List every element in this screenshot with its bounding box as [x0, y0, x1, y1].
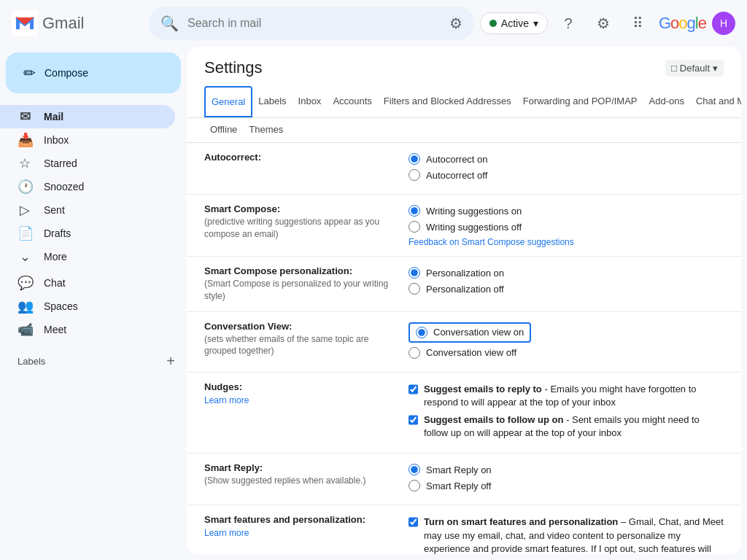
smart-reply-on-radio[interactable]: [409, 464, 420, 475]
tab-accounts[interactable]: Accounts: [327, 87, 377, 117]
smart-features-learn-more-link[interactable]: Learn more: [204, 528, 391, 538]
sidebar-item-chat[interactable]: 💬 Chat: [0, 271, 175, 295]
tab-labels[interactable]: Labels: [252, 87, 292, 117]
writing-suggestions-off-label: Writing suggestions off: [426, 222, 522, 233]
conversation-view-on-highlighted: Conversation view on: [409, 322, 531, 343]
conversation-view-off-option[interactable]: Conversation view off: [409, 347, 724, 359]
compose-icon: ✏: [23, 64, 36, 82]
search-input[interactable]: [187, 17, 441, 30]
settings-body: Autocorrect: Autocorrect on Autocorrect …: [187, 143, 741, 554]
sidebar-item-drafts[interactable]: 📄 Drafts: [0, 222, 175, 245]
writing-suggestions-on-radio[interactable]: [409, 205, 420, 217]
smart-compose-feedback-link[interactable]: Feedback on Smart Compose suggestions: [409, 237, 724, 247]
gmail-logo-text: Gmail: [42, 14, 84, 33]
add-label-button[interactable]: +: [166, 353, 175, 370]
status-dot: [489, 20, 497, 27]
avatar[interactable]: H: [712, 12, 735, 35]
compose-button[interactable]: ✏ Compose: [6, 52, 181, 93]
sidebar-item-sent[interactable]: ▷ Sent: [0, 198, 175, 222]
sidebar-item-mail[interactable]: ✉ Mail: [0, 105, 175, 128]
conversation-view-off-radio[interactable]: [409, 347, 420, 359]
tab-addons[interactable]: Add-ons: [643, 87, 690, 117]
suggest-followup-checkbox[interactable]: [409, 414, 418, 426]
smart-reply-label-col: Smart Reply: (Show suggested replies whe…: [204, 462, 409, 496]
suggest-reply-option[interactable]: Suggest emails to reply to - Emails you …: [409, 383, 724, 409]
main-layout: ✏ Compose ✉ Mail 📥 Inbox ☆ Starred 🕐 Sno…: [0, 47, 747, 560]
nudges-options: Suggest emails to reply to - Emails you …: [409, 381, 724, 445]
smart-reply-off-option[interactable]: Smart Reply off: [409, 480, 724, 491]
topbar: Gmail 🔍 ⚙ Active ▾ ? ⚙ ⠿ Google H: [0, 0, 747, 47]
sidebar-item-snoozed[interactable]: 🕐 Snoozed: [0, 175, 175, 198]
sidebar-item-label-starred: Starred: [44, 158, 163, 169]
sidebar-item-starred[interactable]: ☆ Starred: [0, 152, 175, 175]
tab-general[interactable]: General: [204, 86, 252, 118]
personalization-off-radio[interactable]: [409, 283, 420, 295]
personalization-on-radio[interactable]: [409, 267, 420, 279]
personalization-off-label: Personalization off: [426, 284, 504, 295]
personalization-on-option[interactable]: Personalization on: [409, 267, 724, 279]
sidebar-item-label-more: More: [44, 251, 163, 262]
smart-features-checkbox-option[interactable]: Turn on smart features and personalizati…: [409, 516, 724, 554]
search-tune-icon[interactable]: ⚙: [449, 15, 462, 32]
inbox-icon: 📥: [18, 132, 32, 148]
personalization-off-option[interactable]: Personalization off: [409, 283, 724, 295]
chevron-view-icon: ▾: [713, 63, 718, 74]
sidebar-item-more[interactable]: ⌄ More: [0, 245, 175, 268]
smart-features-options: Turn on smart features and personalizati…: [409, 514, 724, 554]
smart-features-text: Turn on smart features and personalizati…: [424, 516, 724, 554]
settings-button[interactable]: ⚙: [589, 9, 618, 38]
apps-button[interactable]: ⠿: [624, 9, 653, 38]
suggest-reply-checkbox[interactable]: [409, 384, 418, 395]
sidebar-item-spaces[interactable]: 👥 Spaces: [0, 295, 175, 318]
tab-inbox[interactable]: Inbox: [293, 87, 328, 117]
settings-subtabs: Offline Themes: [187, 118, 741, 143]
search-bar[interactable]: 🔍 ⚙: [149, 7, 474, 40]
writing-suggestions-on-option[interactable]: Writing suggestions on: [409, 205, 724, 217]
settings-view-button[interactable]: □ Default ▾: [665, 60, 724, 77]
autocorrect-off-radio[interactable]: [409, 169, 420, 181]
tab-chatmeet[interactable]: Chat and Meet: [690, 87, 741, 117]
settings-title-row: Settings □ Default ▾: [204, 58, 724, 77]
smart-features-checkbox[interactable]: [409, 516, 418, 528]
conversation-view-on-radio[interactable]: [416, 327, 427, 338]
status-button[interactable]: Active ▾: [480, 12, 548, 34]
chevron-icon: ⌄: [18, 249, 32, 265]
settings-row-autocorrect: Autocorrect: Autocorrect on Autocorrect …: [187, 143, 741, 195]
suggest-followup-option[interactable]: Suggest emails to follow up on - Sent em…: [409, 413, 724, 440]
labels-title: Labels: [18, 356, 45, 367]
writing-suggestions-off-option[interactable]: Writing suggestions off: [409, 221, 724, 233]
writing-suggestions-on-label: Writing suggestions on: [426, 206, 522, 217]
autocorrect-on-radio[interactable]: [409, 153, 420, 165]
settings-row-conversation-view: Conversation View: (sets whether emails …: [187, 312, 741, 373]
smart-compose-pers-label-col: Smart Compose personalization: (Smart Co…: [204, 265, 409, 303]
autocorrect-label: Autocorrect:: [204, 152, 391, 163]
help-button[interactable]: ?: [554, 9, 583, 38]
sidebar-item-inbox[interactable]: 📥 Inbox: [0, 128, 175, 152]
autocorrect-off-option[interactable]: Autocorrect off: [409, 169, 724, 181]
sidebar-item-meet[interactable]: 📹 Meet: [0, 318, 175, 341]
settings-row-smart-compose-pers: Smart Compose personalization: (Smart Co…: [187, 257, 741, 312]
send-icon: ▷: [18, 202, 32, 218]
nudges-learn-more-link[interactable]: Learn more: [204, 395, 391, 405]
labels-header: Labels +: [18, 350, 187, 373]
smart-reply-off-radio[interactable]: [409, 480, 420, 491]
smart-features-label: Smart features and personalization:: [204, 514, 391, 525]
tab-filters[interactable]: Filters and Blocked Addresses: [378, 87, 517, 117]
autocorrect-on-label: Autocorrect on: [426, 154, 488, 165]
autocorrect-on-option[interactable]: Autocorrect on: [409, 153, 724, 165]
sidebar-item-label-snoozed: Snoozed: [44, 181, 163, 192]
sidebar-item-label-chat: Chat: [44, 277, 163, 289]
settings-tabs: General Labels Inbox Accounts Filters an…: [187, 86, 741, 118]
chevron-down-icon: ▾: [533, 18, 538, 29]
writing-suggestions-off-radio[interactable]: [409, 221, 420, 233]
smart-reply-on-option[interactable]: Smart Reply on: [409, 464, 724, 475]
autocorrect-off-label: Autocorrect off: [426, 170, 487, 181]
clock-icon: 🕐: [18, 179, 32, 195]
smart-reply-label: Smart Reply:: [204, 462, 391, 473]
tab-forwarding[interactable]: Forwarding and POP/IMAP: [517, 87, 643, 117]
subtab-offline[interactable]: Offline: [204, 118, 243, 143]
sidebar-item-label-mail: Mail: [44, 111, 163, 122]
conversation-view-on-option[interactable]: Conversation view on: [416, 327, 524, 338]
settings-row-smart-features: Smart features and personalization: Lear…: [187, 505, 741, 554]
subtab-themes[interactable]: Themes: [243, 118, 289, 143]
